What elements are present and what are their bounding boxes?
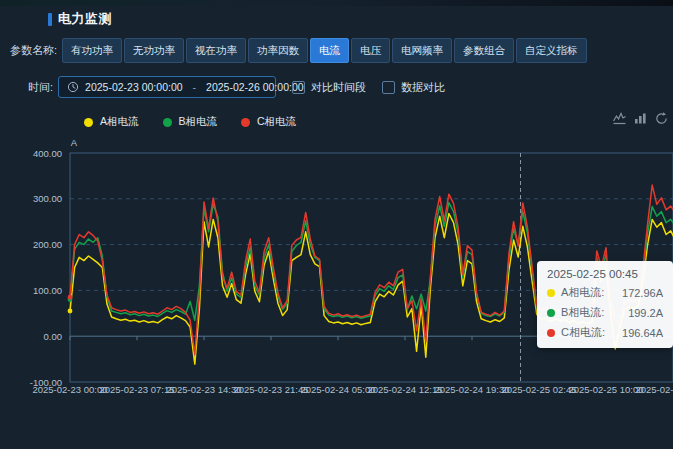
- tooltip-row-a: A相电流: 172.96A: [547, 285, 663, 300]
- tooltip-phase-a-dot: [547, 289, 555, 297]
- range-end-value[interactable]: 2025-02-26 00:00:00: [206, 81, 304, 93]
- switch-to-line-icon[interactable]: [612, 111, 627, 130]
- svg-text:2025-02-24 12:15: 2025-02-24 12:15: [367, 384, 442, 395]
- tab-5[interactable]: 电压: [351, 38, 390, 63]
- tab-8[interactable]: 自定义指标: [516, 38, 587, 63]
- tab-6[interactable]: 电网频率: [392, 38, 452, 63]
- compare-period-checkbox[interactable]: [292, 81, 305, 94]
- svg-text:400.00: 400.00: [33, 148, 62, 159]
- tooltip-phase-b-value: 199.2A: [618, 307, 663, 319]
- svg-text:2025-02-23 07:15: 2025-02-23 07:15: [99, 384, 174, 395]
- tab-2[interactable]: 视在功率: [186, 38, 246, 63]
- restore-icon[interactable]: [654, 111, 669, 130]
- tooltip-phase-c-label: C相电流:: [561, 325, 605, 340]
- data-compare-checkbox[interactable]: [382, 81, 395, 94]
- tab-0[interactable]: 有功功率: [62, 38, 122, 63]
- page-header: 电力监测: [48, 10, 112, 28]
- svg-text:2025-02-25 02:45: 2025-02-25 02:45: [501, 384, 576, 395]
- parameter-row: 参数名称: 有功功率无功功率视在功率功率因数电流电压电网频率参数组合自定义指标: [10, 38, 589, 63]
- legend-item-phase-c[interactable]: C相电流: [241, 115, 296, 129]
- power-monitoring-page: 电力监测 参数名称: 有功功率无功功率视在功率功率因数电流电压电网频率参数组合自…: [0, 0, 673, 449]
- clock-icon: [67, 81, 79, 93]
- svg-text:100.00: 100.00: [33, 285, 62, 296]
- tab-3[interactable]: 功率因数: [248, 38, 308, 63]
- tab-1[interactable]: 无功功率: [124, 38, 184, 63]
- chart-tooltip: 2025-02-25 00:45 A相电流: 172.96A B相电流: 199…: [537, 261, 673, 348]
- range-separator: -: [193, 81, 197, 93]
- svg-text:2025-02-23 21:45: 2025-02-23 21:45: [233, 384, 308, 395]
- page-title: 电力监测: [58, 10, 112, 28]
- parameter-name-label: 参数名称:: [10, 43, 57, 58]
- legend-item-phase-b[interactable]: B相电流: [163, 115, 218, 129]
- tooltip-phase-b-dot: [547, 309, 555, 317]
- phase-a-label: A相电流: [100, 115, 139, 129]
- svg-text:0.00: 0.00: [44, 331, 63, 342]
- phase-c-dot: [241, 118, 250, 127]
- tooltip-row-b: B相电流: 199.2A: [547, 305, 663, 320]
- tooltip-phase-b-label: B相电流:: [561, 305, 604, 320]
- tab-4[interactable]: 电流: [310, 38, 349, 63]
- range-start-value[interactable]: 2025-02-23 00:00:00: [85, 81, 183, 93]
- svg-text:2025-02-23 14:30: 2025-02-23 14:30: [166, 384, 241, 395]
- data-compare-label: 数据对比: [401, 80, 445, 95]
- phase-b-label: B相电流: [179, 115, 218, 129]
- tooltip-phase-c-value: 196.64A: [612, 327, 663, 339]
- time-row: 时间: 2025-02-23 00:00:00 - 2025-02-26 00:…: [28, 76, 445, 98]
- phase-a-dot: [84, 118, 93, 127]
- tooltip-timestamp: 2025-02-25 00:45: [547, 268, 663, 280]
- y-axis-unit: A: [71, 137, 78, 148]
- phase-c-label: C相电流: [257, 115, 296, 129]
- svg-text:-100.00: -100.00: [30, 377, 62, 388]
- switch-to-bar-icon[interactable]: [633, 111, 648, 130]
- svg-text:2025-02-24 19:30: 2025-02-24 19:30: [434, 384, 509, 395]
- parameter-tabs: 有功功率无功功率视在功率功率因数电流电压电网频率参数组合自定义指标: [62, 38, 589, 63]
- svg-text:2025-02-25 17:15: 2025-02-25 17:15: [635, 384, 673, 395]
- title-accent-bar: [48, 13, 52, 26]
- compare-period-label: 对比时间段: [311, 80, 366, 95]
- svg-text:2025-02-24 05:00: 2025-02-24 05:00: [300, 384, 375, 395]
- tooltip-phase-a-label: A相电流:: [561, 285, 604, 300]
- tooltip-phase-c-dot: [547, 329, 555, 337]
- svg-text:2025-02-25 10:00: 2025-02-25 10:00: [568, 384, 643, 395]
- chart-toolbox: [606, 111, 669, 130]
- svg-text:200.00: 200.00: [33, 239, 62, 250]
- chart-legend: A相电流 B相电流 C相电流: [84, 115, 320, 129]
- time-range-input[interactable]: 2025-02-23 00:00:00 - 2025-02-26 00:00:0…: [58, 76, 276, 98]
- svg-text:300.00: 300.00: [33, 193, 62, 204]
- time-label: 时间:: [28, 80, 53, 95]
- data-compare-checkbox-wrap[interactable]: 数据对比: [382, 80, 445, 95]
- tooltip-row-c: C相电流: 196.64A: [547, 325, 663, 340]
- tab-7[interactable]: 参数组合: [454, 38, 514, 63]
- legend-item-phase-a[interactable]: A相电流: [84, 115, 139, 129]
- window-top-strip: [0, 0, 673, 6]
- tooltip-phase-a-value: 172.96A: [612, 287, 663, 299]
- compare-period-checkbox-wrap[interactable]: 对比时间段: [292, 80, 366, 95]
- phase-b-dot: [163, 118, 172, 127]
